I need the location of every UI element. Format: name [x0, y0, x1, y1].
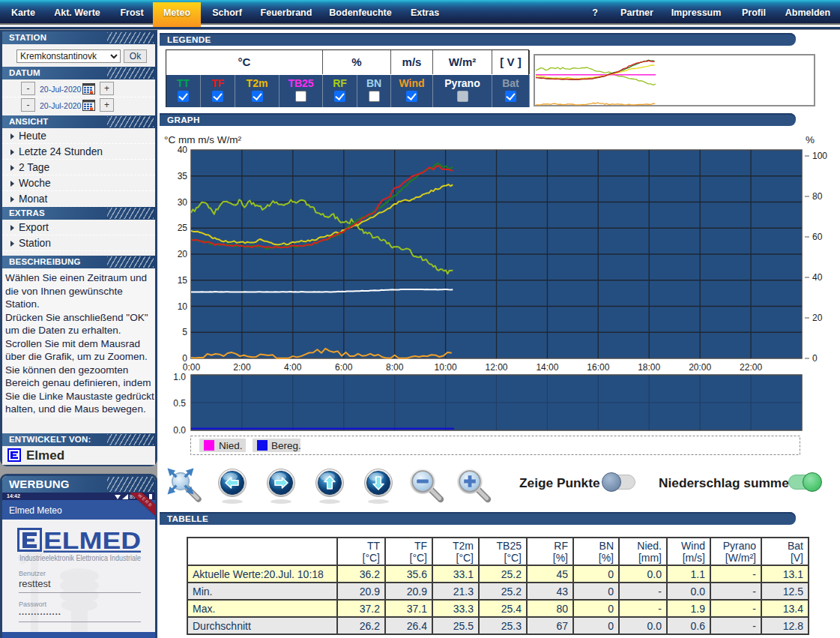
svg-text:40: 40 — [178, 145, 188, 155]
svg-text:2:00: 2:00 — [233, 362, 251, 373]
svg-text:20: 20 — [178, 249, 188, 259]
svg-text:60: 60 — [812, 232, 823, 242]
svg-text:6:00: 6:00 — [335, 362, 353, 373]
svg-text:10: 10 — [178, 301, 188, 312]
svg-text:20: 20 — [812, 313, 823, 323]
svg-text:ELMED: ELMED — [43, 528, 141, 554]
svg-text:0: 0 — [812, 353, 818, 364]
svg-text:80: 80 — [812, 191, 823, 202]
svg-text:12:00: 12:00 — [485, 362, 507, 373]
svg-text:0.0: 0.0 — [173, 425, 186, 436]
svg-text:30: 30 — [178, 197, 188, 208]
svg-text:16:00: 16:00 — [587, 362, 609, 373]
svg-text:5: 5 — [182, 327, 187, 337]
svg-text:14:00: 14:00 — [536, 362, 558, 373]
svg-text:25: 25 — [178, 223, 188, 233]
svg-text:20:00: 20:00 — [689, 362, 711, 373]
svg-text:18:00: 18:00 — [638, 362, 660, 373]
svg-text:35: 35 — [178, 171, 188, 181]
svg-text:40: 40 — [812, 272, 823, 283]
svg-text:4:00: 4:00 — [284, 362, 302, 373]
svg-text:Nied.: Nied. — [219, 440, 243, 451]
svg-text:15: 15 — [178, 275, 188, 286]
svg-text:22:00: 22:00 — [740, 362, 762, 373]
svg-text:100: 100 — [812, 151, 827, 161]
svg-text:10:00: 10:00 — [435, 362, 457, 373]
svg-text:Industrieelektronik Elettroni: Industrieelektronik Elettronica Industri… — [19, 553, 141, 562]
svg-text:0.5: 0.5 — [173, 398, 186, 409]
svg-text:1.0: 1.0 — [173, 372, 186, 382]
svg-text:8:00: 8:00 — [386, 362, 404, 373]
svg-text:Bereg.: Bereg. — [271, 440, 301, 451]
